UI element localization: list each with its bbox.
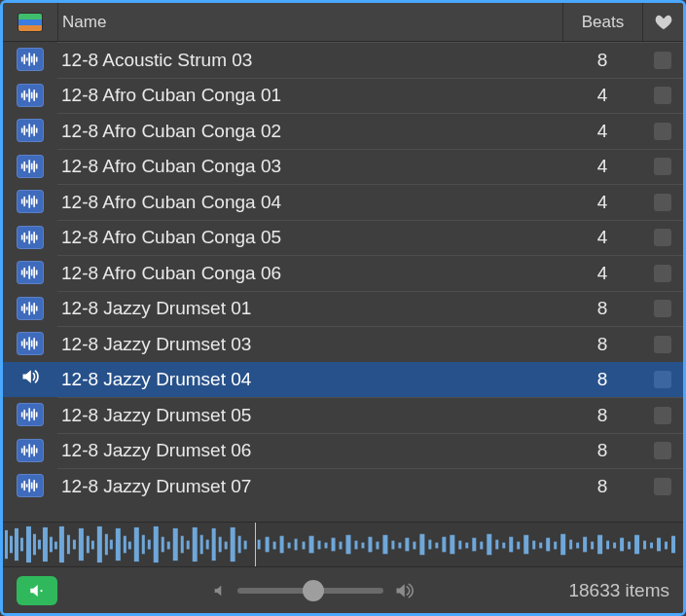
table-row[interactable]: 12-8 Jazzy Drumset 068 [3,433,683,469]
svg-rect-19 [33,125,35,136]
svg-rect-5 [33,54,35,65]
loop-type-icon [3,474,57,497]
svg-rect-151 [450,535,454,555]
column-header-name-label: Name [62,13,106,32]
favorite-checkbox[interactable] [654,336,671,353]
favorite-checkbox[interactable] [654,371,671,388]
volume-slider[interactable] [237,588,383,594]
svg-rect-171 [597,535,602,555]
audio-loop-icon [17,261,44,284]
svg-rect-21 [21,163,23,168]
item-count-label: 18633 items [568,580,669,601]
column-header-beats[interactable]: Beats [562,3,642,41]
svg-rect-85 [5,530,8,559]
table-row[interactable]: 12-8 Afro Cuban Conga 044 [3,184,683,220]
favorite-cell [642,149,683,185]
svg-rect-52 [28,302,30,314]
svg-rect-106 [128,542,131,550]
svg-rect-168 [576,543,579,549]
svg-rect-2 [26,58,28,61]
svg-rect-54 [33,303,35,314]
audio-loop-icon [17,190,44,213]
favorite-cell [642,468,683,504]
audio-loop-icon [17,474,44,497]
preview-play-button[interactable] [17,576,57,605]
svg-rect-46 [31,270,33,276]
table-row[interactable]: 12-8 Jazzy Drumset 018 [3,291,683,327]
svg-rect-143 [391,541,394,550]
svg-rect-146 [413,542,415,550]
favorite-cell [642,113,683,149]
favorite-checkbox[interactable] [654,158,671,175]
svg-rect-94 [54,542,57,550]
column-header-name[interactable]: Name [57,3,562,41]
column-header-favorite[interactable] [642,3,683,41]
svg-rect-165 [554,542,557,550]
loop-name: 12-8 Acoustic Strum 03 [57,42,562,78]
table-row[interactable]: 12-8 Afro Cuban Conga 024 [3,113,683,149]
svg-rect-17 [28,125,30,137]
favorite-checkbox[interactable] [654,407,671,424]
column-header-category[interactable] [3,13,57,32]
favorite-checkbox[interactable] [654,123,671,140]
loop-name: 12-8 Afro Cuban Conga 01 [57,78,562,114]
table-row[interactable]: 12-8 Jazzy Drumset 038 [3,326,683,362]
favorite-cell [642,397,683,433]
svg-rect-135 [332,538,336,552]
loop-beats: 8 [562,468,642,504]
svg-rect-147 [419,534,424,556]
svg-rect-33 [33,196,35,207]
table-row[interactable]: 12-8 Afro Cuban Conga 034 [3,149,683,185]
svg-rect-34 [36,199,38,204]
svg-rect-6 [36,57,38,62]
loop-type-icon [3,403,57,426]
table-row[interactable]: 12-8 Afro Cuban Conga 014 [3,78,683,114]
favorite-checkbox[interactable] [654,229,671,246]
speaker-low-icon [212,583,228,598]
loop-name: 12-8 Afro Cuban Conga 04 [57,184,562,220]
waveform-preview[interactable] [3,522,683,566]
svg-rect-111 [162,537,164,553]
svg-rect-129 [288,543,291,549]
svg-rect-163 [539,543,542,549]
svg-rect-138 [354,541,357,550]
speaker-high-icon [393,581,415,600]
svg-rect-174 [620,538,624,552]
favorite-checkbox[interactable] [654,52,671,69]
category-icon [18,13,43,32]
table-row[interactable]: 12-8 Acoustic Strum 038 [3,42,683,78]
table-row[interactable]: 12-8 Afro Cuban Conga 064 [3,255,683,291]
svg-rect-178 [650,543,653,549]
svg-rect-72 [26,449,28,452]
loop-beats: 4 [562,149,642,185]
playing-indicator [3,367,57,391]
svg-rect-104 [116,528,121,561]
svg-rect-167 [569,540,572,550]
speaker-playing-icon [18,367,42,391]
audio-loop-icon [17,332,44,355]
table-row[interactable]: 12-8 Jazzy Drumset 078 [3,468,683,504]
favorite-checkbox[interactable] [654,194,671,211]
svg-rect-38 [28,231,30,243]
svg-rect-81 [31,483,33,489]
favorite-checkbox[interactable] [654,478,671,495]
svg-rect-78 [23,481,25,490]
favorite-checkbox[interactable] [654,265,671,282]
table-row[interactable]: 12-8 Afro Cuban Conga 054 [3,220,683,256]
svg-rect-76 [36,448,38,453]
loop-type-icon [3,297,57,320]
svg-rect-98 [79,528,84,561]
volume-slider-thumb[interactable] [303,580,324,601]
favorite-checkbox[interactable] [654,87,671,104]
table-row[interactable]: 12-8 Jazzy Drumset 048 [3,362,683,398]
audio-loop-icon [17,84,44,107]
svg-rect-31 [28,196,30,208]
favorite-checkbox[interactable] [654,300,671,317]
table-row[interactable]: 12-8 Jazzy Drumset 058 [3,397,683,433]
svg-rect-110 [154,526,159,562]
favorite-checkbox[interactable] [654,442,671,459]
loop-name: 12-8 Afro Cuban Conga 03 [57,149,562,185]
playhead[interactable] [255,523,256,566]
svg-rect-47 [33,267,35,278]
loop-type-icon [3,190,57,213]
